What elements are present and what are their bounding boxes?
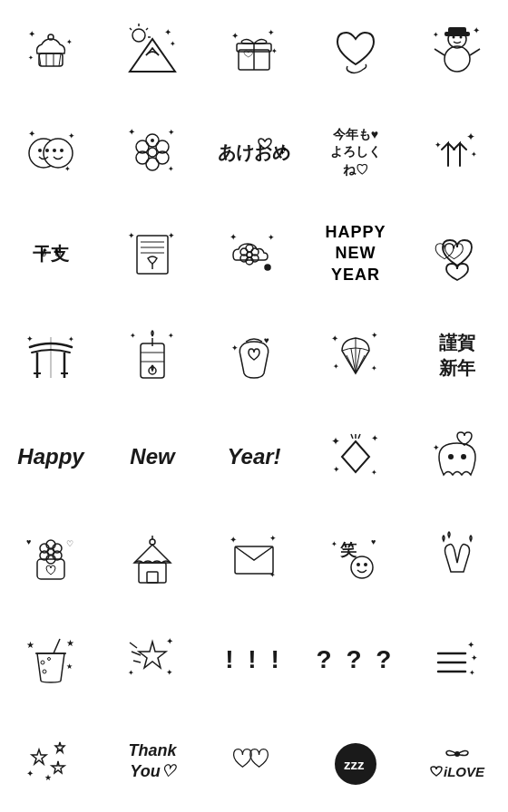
svg-text:✦: ✦ xyxy=(166,668,173,677)
cell-drink-cup[interactable]: ✦ ✦ xyxy=(102,304,203,406)
cell-flower-mug[interactable]: ♥ ♡ xyxy=(0,508,102,609)
cell-lines-sparkle[interactable]: ✦ ✦ ✦ xyxy=(406,609,508,710)
svg-point-29 xyxy=(44,139,73,168)
cell-drink-stars[interactable]: ★ ★ ★ xyxy=(0,609,102,710)
cell-kinga[interactable]: 謹賀新年 xyxy=(406,304,508,406)
cell-house-cake[interactable] xyxy=(102,508,203,609)
svg-text:✦: ✦ xyxy=(268,28,275,37)
kinga-label: 謹賀新年 xyxy=(439,330,475,381)
emoji-grid: ✦ ✦ ✦ ✦ ✦ xyxy=(0,0,508,812)
cell-faces[interactable]: ✦ ✦ ✦ xyxy=(0,102,102,203)
cell-laugh[interactable]: 笑 ✦ ♥ xyxy=(305,508,406,609)
svg-text:♥: ♥ xyxy=(371,537,376,546)
happy-label: Happy xyxy=(17,444,83,469)
question-label: ? ? ? xyxy=(317,645,396,674)
ilove-label: iLOVE xyxy=(430,765,484,778)
year-label: Year! xyxy=(227,444,280,469)
svg-text:♥: ♥ xyxy=(264,335,269,345)
svg-text:✦: ✦ xyxy=(230,232,237,242)
svg-point-126 xyxy=(48,658,51,661)
svg-point-146 xyxy=(454,751,460,757)
cell-mountain[interactable]: ✦ ✦ xyxy=(102,0,203,102)
svg-text:✦: ✦ xyxy=(331,435,340,448)
svg-text:✦: ✦ xyxy=(471,653,478,662)
cell-year[interactable]: Year! xyxy=(203,406,305,508)
svg-text:笑: 笑 xyxy=(339,541,357,559)
svg-text:✦: ✦ xyxy=(168,128,175,137)
cell-snowman[interactable]: ✦ ✦ xyxy=(406,0,508,102)
svg-text:♡: ♡ xyxy=(66,539,73,548)
svg-rect-23 xyxy=(445,33,469,35)
cell-star-sparkle[interactable]: ✦ ✦ ✦ xyxy=(102,609,203,710)
svg-text:✦: ✦ xyxy=(68,131,75,140)
svg-line-123 xyxy=(54,639,60,653)
cell-letter[interactable]: ✦ ✦ ✦ xyxy=(203,508,305,609)
svg-point-32 xyxy=(53,149,56,152)
svg-line-133 xyxy=(130,643,137,648)
cell-question[interactable]: ? ? ? xyxy=(305,609,406,710)
svg-text:✦: ✦ xyxy=(166,636,173,646)
thank-you-label: ThankYou♡ xyxy=(128,740,176,783)
cell-zzz[interactable]: zzz xyxy=(305,710,406,812)
svg-text:✦: ✦ xyxy=(473,25,480,35)
cell-cupcake[interactable]: ✦ ✦ ✦ xyxy=(0,0,102,102)
cell-hearts-pair[interactable] xyxy=(203,710,305,812)
svg-text:✦: ✦ xyxy=(269,571,276,579)
cell-arrow[interactable]: ✦ ✦ ✦ xyxy=(406,102,508,203)
svg-text:✦: ✦ xyxy=(333,465,340,474)
cell-torii[interactable]: ✦ ✦ xyxy=(0,304,102,406)
svg-text:zzz: zzz xyxy=(344,757,365,772)
cell-fan[interactable]: ✦ ✦ ✦ ✦ xyxy=(305,304,406,406)
svg-text:✦: ✦ xyxy=(66,38,73,46)
cell-happy[interactable]: Happy xyxy=(0,406,102,508)
svg-text:✦: ✦ xyxy=(371,331,378,340)
svg-line-9 xyxy=(130,28,132,30)
svg-text:✦: ✦ xyxy=(331,334,338,343)
svg-text:✦: ✦ xyxy=(68,335,74,343)
svg-text:✦: ✦ xyxy=(435,140,442,150)
exclaim-label: ! ! ! xyxy=(225,645,283,674)
svg-text:✦: ✦ xyxy=(28,29,35,39)
svg-point-37 xyxy=(148,148,157,157)
cell-hearts-triple[interactable] xyxy=(406,203,508,304)
happy-new-year-label: HAPPYNEWYEAR xyxy=(325,222,386,285)
cell-akemashite[interactable]: あけおめ ✦ ✦ xyxy=(203,102,305,203)
svg-rect-75 xyxy=(141,343,164,378)
cell-happy-new-year[interactable]: HAPPYNEWYEAR xyxy=(305,203,406,304)
svg-text:✦: ✦ xyxy=(433,31,439,39)
svg-line-135 xyxy=(133,661,141,662)
cell-stars-group[interactable]: ✦ ★ xyxy=(0,710,102,812)
svg-point-125 xyxy=(43,670,46,673)
svg-point-117 xyxy=(351,556,373,578)
svg-point-30 xyxy=(38,149,42,152)
svg-text:♥: ♥ xyxy=(26,537,31,546)
cell-diamond[interactable]: ✦ ✦ ✦ ✦ xyxy=(305,406,406,508)
svg-text:✦: ✦ xyxy=(130,332,136,340)
cell-kotoshimo[interactable]: 今年も♥よろしくね♡ xyxy=(305,102,406,203)
svg-line-94 xyxy=(351,434,353,439)
svg-text:★: ★ xyxy=(26,640,34,650)
svg-text:★: ★ xyxy=(66,638,74,648)
svg-text:✦: ✦ xyxy=(231,343,239,353)
svg-point-31 xyxy=(45,149,49,152)
cell-eto[interactable]: 干支 ⊕ ✦ ✦ ⊕ xyxy=(0,203,102,304)
cell-new[interactable]: New xyxy=(102,406,203,508)
cell-heart[interactable] xyxy=(305,0,406,102)
svg-point-67 xyxy=(265,265,270,270)
cell-nengajo[interactable]: ✦ ✦ xyxy=(102,203,203,304)
svg-point-5 xyxy=(132,29,145,42)
cell-hands-drops[interactable] xyxy=(406,508,508,609)
cell-cloud-flower[interactable]: ✦ ✦ xyxy=(203,203,305,304)
cell-gift[interactable]: ✦ ✦ ✦ xyxy=(203,0,305,102)
cell-ilove[interactable]: iLOVE xyxy=(406,710,508,812)
cell-plum[interactable]: ✦ ✦ ✦ xyxy=(102,102,203,203)
cell-thank-you[interactable]: ThankYou♡ xyxy=(102,710,203,812)
cell-ghost-heart[interactable]: ✦ xyxy=(406,406,508,508)
svg-text:✦: ✦ xyxy=(26,768,34,778)
svg-text:✦: ✦ xyxy=(231,31,239,41)
svg-point-124 xyxy=(41,661,44,664)
svg-text:✦: ✦ xyxy=(371,433,378,443)
svg-text:✦: ✦ xyxy=(333,362,339,371)
cell-bag-hearts[interactable]: ♥ ✦ xyxy=(203,304,305,406)
cell-exclaim[interactable]: ! ! ! xyxy=(203,609,305,710)
